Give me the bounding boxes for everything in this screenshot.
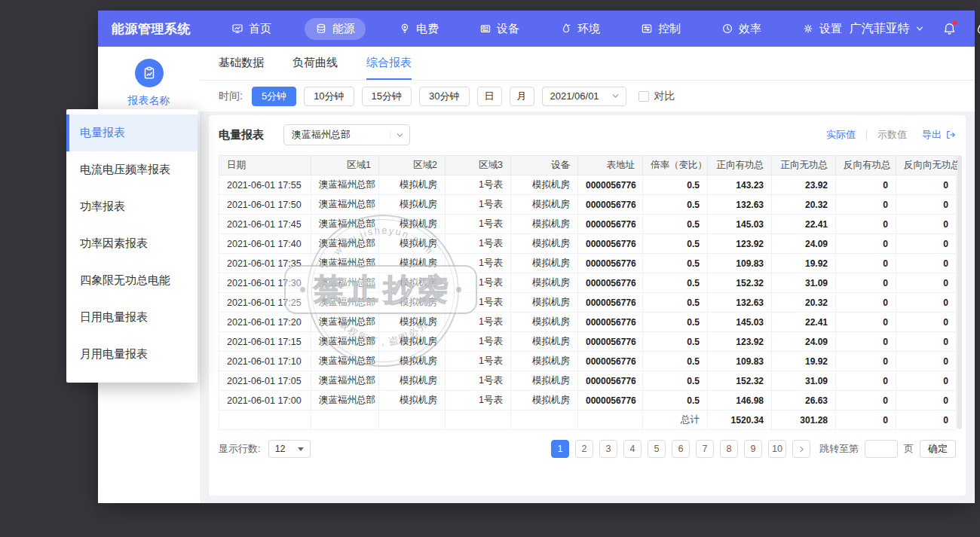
date-select[interactable]: 2021/06/01 <box>542 87 626 106</box>
table-cell: 2021-06-01 17:45 <box>219 215 311 234</box>
time-filter-5min[interactable]: 5分钟 <box>252 87 296 106</box>
compare-toggle[interactable]: 对比 <box>639 90 675 103</box>
page-button-10[interactable]: 10 <box>768 440 786 458</box>
confirm-button[interactable]: 确定 <box>920 440 956 458</box>
table-cell: 模拟机房 <box>511 313 578 332</box>
page-buttons: 12345678910 <box>551 440 786 458</box>
table-cell: 澳蓝福州总部 <box>311 215 379 234</box>
page-unit-label: 页 <box>904 442 914 456</box>
page-button-6[interactable]: 6 <box>672 440 690 458</box>
next-page-button[interactable] <box>792 440 810 458</box>
table-cell: 31.09 <box>772 371 836 391</box>
table-cell: 2021-06-01 17:05 <box>219 371 311 391</box>
sidebar-item-daily-energy-report[interactable]: 日用电量报表 <box>66 299 198 336</box>
table-cell: 澳蓝福州总部 <box>311 234 379 254</box>
pagination: 12345678910 跳转至第 页 确定 <box>551 440 956 458</box>
nav-item-energy[interactable]: 能源 <box>305 18 366 40</box>
table-cell: 0 <box>896 391 957 410</box>
sidebar-item-current-voltage-frequency-report[interactable]: 电流电压频率报表 <box>66 151 198 188</box>
report-list-panel: 电量报表电流电压频率报表功率报表功率因素报表四象限无功总电能日用电量报表月用电量… <box>66 109 198 383</box>
table-cell: 0000056776 <box>578 313 643 332</box>
table-cell: 301.28 <box>772 410 836 430</box>
table-cell <box>511 410 578 430</box>
nav-item-settings[interactable]: 设置 <box>795 18 850 40</box>
table-cell: 0.5 <box>643 391 708 410</box>
nav-item-efficiency[interactable]: 效率 <box>714 18 769 40</box>
time-filter-day[interactable]: 日 <box>477 87 502 106</box>
col-header-forward-active-total: 正向有功总 <box>708 156 772 175</box>
table-cell: 1号表 <box>446 234 511 254</box>
page-button-4[interactable]: 4 <box>623 440 642 458</box>
time-filter-10min[interactable]: 10分钟 <box>304 87 354 106</box>
export-button[interactable]: 导出 <box>922 128 956 142</box>
report-icon <box>135 59 164 87</box>
compare-checkbox[interactable] <box>639 91 649 102</box>
table-cell: 0.5 <box>643 254 708 273</box>
nav-item-control[interactable]: 控制 <box>633 18 688 40</box>
sidebar-item-power-factor-report[interactable]: 功率因素报表 <box>66 225 198 262</box>
col-header-area1: 区域1 <box>311 156 379 175</box>
page-button-9[interactable]: 9 <box>744 440 762 458</box>
nav-item-home[interactable]: 首页 <box>224 18 279 40</box>
table-cell: 0000056776 <box>578 352 643 371</box>
table-cell: 0 <box>896 273 957 293</box>
col-header-reverse-active-total: 反向有功总 <box>836 156 896 175</box>
table-cell: 145.03 <box>708 215 772 234</box>
table-cell: 1号表 <box>446 332 511 352</box>
tab-basic-data[interactable]: 基础数据 <box>219 47 264 80</box>
table-total-row: 总计1520.34301.2800 <box>219 410 957 430</box>
nav-item-electricity-fee[interactable]: 电费 <box>391 18 446 40</box>
table-cell: 2021-06-01 17:55 <box>219 175 311 195</box>
table-cell: 模拟机房 <box>511 332 578 352</box>
table-row: 2021-06-01 17:55澳蓝福州总部模拟机房1号表模拟机房0000056… <box>219 175 957 195</box>
water-drop-button[interactable] <box>975 23 980 35</box>
page-button-5[interactable]: 5 <box>648 440 666 458</box>
table-cell: 0000056776 <box>578 175 643 195</box>
table-row: 2021-06-01 17:40澳蓝福州总部模拟机房1号表模拟机房0000056… <box>219 234 957 254</box>
table-cell: 模拟机房 <box>379 175 446 195</box>
table-cell: 0.5 <box>643 352 708 371</box>
page-button-2[interactable]: 2 <box>575 440 593 458</box>
sidebar-item-monthly-energy-report[interactable]: 月用电量报表 <box>66 336 198 373</box>
notifications-button[interactable] <box>942 22 957 36</box>
sidebar-item-four-quadrant-reactive-energy[interactable]: 四象限无功总电能 <box>66 262 198 299</box>
tab-load-curve[interactable]: 负荷曲线 <box>292 47 338 80</box>
scope-select[interactable]: 澳蓝福州总部 <box>283 124 410 145</box>
vertical-scrollbar[interactable] <box>957 155 962 429</box>
time-filter-30min[interactable]: 30分钟 <box>419 87 469 106</box>
tab-comprehensive-report[interactable]: 综合报表 <box>366 47 412 80</box>
company-switcher[interactable]: 广汽菲亚特 <box>850 21 924 37</box>
table-cell: 1520.34 <box>708 410 772 430</box>
reading-value-link[interactable]: 示数值 <box>877 128 907 142</box>
table-cell: 1号表 <box>446 293 511 313</box>
jump-to-page-input[interactable] <box>865 440 898 458</box>
table-cell: 0 <box>896 175 957 195</box>
table-row: 2021-06-01 17:30澳蓝福州总部模拟机房1号表模拟机房0000056… <box>219 273 957 293</box>
time-filter-15min[interactable]: 15分钟 <box>362 87 412 106</box>
nav-item-label: 环境 <box>577 22 600 36</box>
table-cell: 模拟机房 <box>511 293 578 313</box>
page-button-3[interactable]: 3 <box>599 440 617 458</box>
page-button-8[interactable]: 8 <box>720 440 738 458</box>
time-filter-label: 时间: <box>219 90 243 103</box>
gear-icon <box>802 23 814 35</box>
table-cell <box>219 410 311 430</box>
table-cell: 22.41 <box>772 313 836 332</box>
actual-value-link[interactable]: 实际值 <box>826 128 856 142</box>
time-filter-month[interactable]: 月 <box>510 87 534 106</box>
nav-item-device[interactable]: 设备 <box>472 18 527 40</box>
table-cell: 模拟机房 <box>511 273 578 293</box>
col-header-reverse-reactive-total: 反向向无功总 <box>896 156 957 175</box>
page-button-7[interactable]: 7 <box>696 440 714 458</box>
chevron-down-icon <box>390 131 409 139</box>
page-button-1[interactable]: 1 <box>551 440 569 458</box>
device-icon <box>479 23 492 35</box>
table-cell: 0.5 <box>643 371 708 391</box>
nav-item-environment[interactable]: 环境 <box>553 18 608 40</box>
rows-per-page-select[interactable]: 12 <box>268 440 311 458</box>
table-row: 2021-06-01 17:00澳蓝福州总部模拟机房1号表模拟机房0000056… <box>219 391 957 410</box>
sidebar-item-power-report[interactable]: 功率报表 <box>66 188 198 225</box>
sidebar-item-energy-report[interactable]: 电量报表 <box>66 114 198 151</box>
export-icon <box>945 130 956 140</box>
table-cell: 澳蓝福州总部 <box>311 273 379 293</box>
